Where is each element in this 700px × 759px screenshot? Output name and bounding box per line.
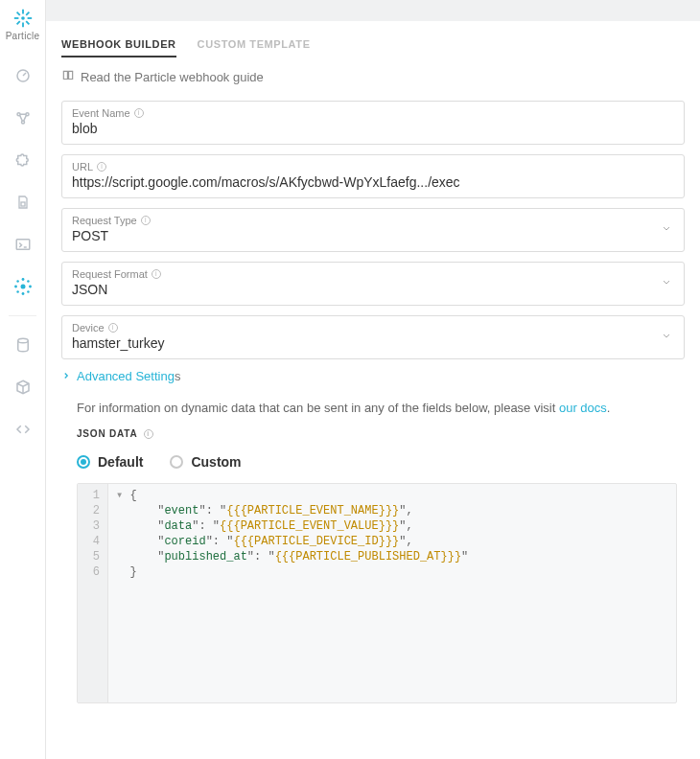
request-format-select[interactable] [72,282,674,297]
svg-point-16 [21,278,24,281]
info-icon[interactable]: i [108,323,118,333]
event-name-input[interactable] [72,121,674,136]
sidebar-item-billing[interactable] [8,330,38,360]
field-device[interactable]: Device i [61,315,685,359]
field-event-name[interactable]: Event Name i [61,101,685,145]
svg-line-8 [26,12,29,15]
dynamic-data-info: For information on dynamic data that can… [61,401,685,415]
field-url[interactable]: URL i [61,154,685,198]
json-editor[interactable]: 123456 ▾ { "event": "{{{PARTICLE_EVENT_N… [77,483,677,703]
sidebar-item-sim[interactable] [8,187,38,218]
field-request-type[interactable]: Request Type i [61,208,685,252]
chevron-right-icon [61,369,71,383]
svg-point-17 [21,292,24,295]
window-topbar [46,0,700,21]
main-panel: WEBHOOK BUILDER CUSTOM TEMPLATE Read the… [46,0,700,759]
sidebar-item-console[interactable] [8,60,38,91]
svg-point-10 [17,113,20,116]
chevron-down-icon [661,331,672,345]
cylinder-icon [14,336,32,354]
svg-point-22 [16,290,19,293]
sidebar-item-integrations[interactable] [8,271,38,302]
field-request-format-label: Request Format i [72,268,674,280]
guide-link[interactable]: Read the Particle webhook guide [61,69,685,85]
code-brackets-icon [14,421,32,438]
sidebar-item-ide[interactable] [8,414,38,445]
sidebar-item-events[interactable] [8,229,38,260]
terminal-icon [14,236,32,253]
info-icon[interactable]: i [97,162,106,172]
svg-point-20 [16,280,19,283]
tab-custom-template[interactable]: CUSTOM TEMPLATE [198,38,311,58]
radio-icon [77,455,90,469]
svg-point-19 [29,286,32,288]
svg-point-21 [27,290,29,293]
field-device-label: Device i [72,322,674,334]
radio-icon [170,455,183,469]
field-request-type-label: Request Type i [72,215,674,226]
svg-point-18 [14,286,17,288]
nodes-icon [14,109,32,126]
field-url-label: URL i [72,161,674,172]
svg-rect-14 [16,240,30,250]
svg-point-23 [27,280,29,283]
puzzle-icon [14,151,32,169]
content-area: WEBHOOK BUILDER CUSTOM TEMPLATE Read the… [46,21,700,759]
guide-link-text: Read the Particle webhook guide [81,70,264,84]
info-icon[interactable]: i [134,108,144,118]
sidebar-item-products[interactable] [8,145,38,175]
docs-link[interactable]: our docs [559,401,607,415]
brand-logo[interactable]: Particle [6,8,40,41]
svg-point-0 [21,16,25,20]
integrations-spark-icon [13,277,33,296]
device-select[interactable] [72,335,674,351]
book-icon [61,69,75,85]
advanced-settings-toggle[interactable]: Advanced Settings [61,369,685,383]
svg-line-5 [16,12,19,15]
cube-icon [14,379,32,396]
gauge-icon [14,67,32,84]
sidebar-item-team[interactable] [8,372,38,402]
editor-code[interactable]: ▾ { "event": "{{{PARTICLE_EVENT_NAME}}}"… [108,484,676,702]
svg-point-15 [20,285,25,289]
info-icon[interactable]: i [141,216,151,225]
chevron-down-icon [661,277,672,291]
info-icon[interactable]: i [152,269,161,279]
brand-name: Particle [6,31,40,41]
field-request-format[interactable]: Request Format i [61,262,685,306]
radio-custom[interactable]: Custom [170,454,241,470]
sidebar-item-devices[interactable] [8,103,38,133]
tab-webhook-builder[interactable]: WEBHOOK BUILDER [61,38,176,58]
sidebar-separator [9,315,35,316]
info-icon[interactable]: i [144,429,153,439]
sim-card-icon [15,194,31,211]
app-sidebar: Particle [0,0,46,759]
field-event-name-label: Event Name i [72,107,674,119]
particle-spark-icon [12,8,34,29]
json-data-mode: Default Custom [61,454,685,470]
radio-default[interactable]: Default [77,454,143,470]
svg-line-7 [16,21,19,24]
svg-rect-13 [21,202,25,206]
svg-point-12 [21,121,24,124]
editor-gutter: 123456 [78,484,108,702]
json-data-title: JSON DATA i [61,428,685,439]
chevron-down-icon [661,223,672,238]
svg-line-6 [26,21,29,24]
tab-bar: WEBHOOK BUILDER CUSTOM TEMPLATE [61,21,685,69]
url-input[interactable] [72,174,674,190]
svg-point-24 [17,338,28,343]
request-type-select[interactable] [72,228,674,243]
svg-point-11 [26,113,29,116]
